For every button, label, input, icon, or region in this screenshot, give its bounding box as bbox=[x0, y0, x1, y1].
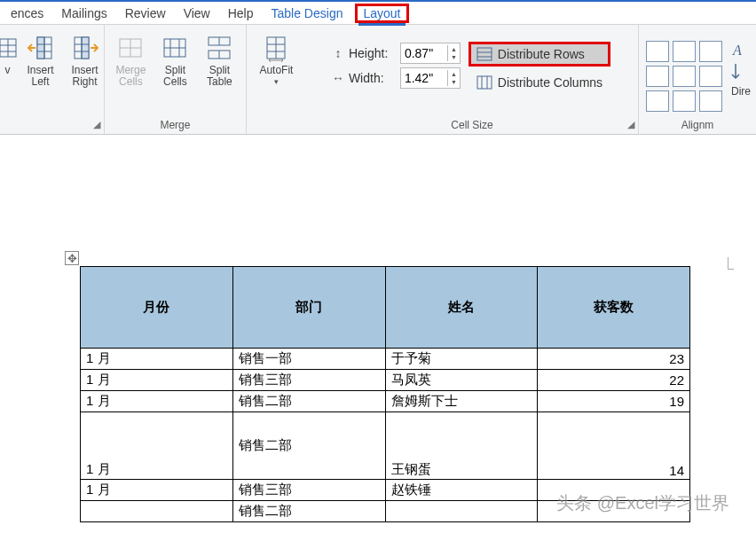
cell-dept[interactable]: 销售二部 bbox=[232, 391, 385, 412]
height-spin-up[interactable]: ▲ bbox=[448, 45, 460, 53]
align-top-right-button[interactable] bbox=[699, 41, 722, 62]
distribute-rows-button[interactable]: Distribute Rows bbox=[469, 42, 610, 67]
align-bot-center-button[interactable] bbox=[673, 90, 696, 112]
table-header-row: 月份 部门 姓名 获客数 bbox=[81, 267, 690, 349]
table-row[interactable]: 1 月销售二部王钢蛋14 bbox=[81, 412, 690, 480]
tab-references-partial[interactable]: ences bbox=[2, 4, 52, 23]
insert-left-button[interactable]: Insert Left bbox=[20, 32, 61, 88]
height-input[interactable] bbox=[401, 44, 447, 62]
cell-month[interactable]: 1 月 bbox=[81, 370, 233, 391]
col-header-dept[interactable]: 部门 bbox=[232, 267, 385, 349]
table-row[interactable]: 1 月销售三部马凤英22 bbox=[81, 370, 690, 391]
cell-name[interactable]: 于予菊 bbox=[385, 349, 538, 370]
merge-cells-label: Merge Cells bbox=[115, 65, 146, 88]
col-header-name[interactable]: 姓名 bbox=[385, 267, 538, 349]
col-header-month[interactable]: 月份 bbox=[81, 267, 233, 349]
ribbon: v Insert Left Insert Right ◢ bbox=[0, 25, 756, 135]
group-label-merge: Merge bbox=[160, 117, 190, 134]
height-spinbox[interactable]: ▲▼ bbox=[400, 43, 461, 64]
width-arrows-icon: ↔ bbox=[331, 71, 345, 85]
dialog-launcher-icon[interactable]: ◢ bbox=[93, 119, 100, 130]
cell-month[interactable]: 1 月 bbox=[81, 391, 233, 412]
cell-month[interactable]: 1 月 bbox=[81, 480, 233, 501]
cell-count[interactable]: 22 bbox=[538, 370, 690, 391]
group-label-alignment: Alignm bbox=[681, 117, 714, 134]
table-row[interactable]: 销售二部 bbox=[81, 501, 690, 522]
table-row[interactable]: 1 月销售一部于予菊23 bbox=[81, 349, 690, 370]
tab-view[interactable]: View bbox=[175, 4, 219, 23]
chevron-down-icon: ▾ bbox=[274, 77, 279, 86]
split-table-label: Split Table bbox=[207, 65, 232, 88]
cell-dept[interactable]: 销售二部 bbox=[232, 501, 385, 522]
group-cell-size: ↕ Height: ▲▼ ↔ Width: ▲▼ bbox=[306, 25, 639, 134]
distribute-rows-icon bbox=[476, 47, 492, 61]
distribute-rows-label: Distribute Rows bbox=[498, 47, 585, 61]
merge-cells-icon bbox=[116, 34, 145, 62]
text-direction-label: Dire bbox=[731, 86, 751, 98]
height-arrows-icon: ↕ bbox=[331, 46, 345, 60]
tab-review[interactable]: Review bbox=[116, 4, 175, 23]
cell-name[interactable]: 詹姆斯下士 bbox=[385, 391, 538, 412]
align-top-center-button[interactable] bbox=[673, 41, 696, 62]
cell-name[interactable]: 王钢蛋 bbox=[385, 412, 538, 480]
svg-rect-10 bbox=[82, 37, 89, 59]
tab-layout[interactable]: Layout bbox=[351, 4, 412, 23]
cell-dept[interactable]: 销售三部 bbox=[232, 370, 385, 391]
cell-name[interactable]: 马凤英 bbox=[385, 370, 538, 391]
group-label-cell-size: Cell Size bbox=[451, 117, 492, 134]
alignment-grid bbox=[641, 32, 724, 112]
cell-dept[interactable]: 销售一部 bbox=[232, 349, 385, 370]
tab-table-design[interactable]: Table Design bbox=[263, 4, 352, 23]
cell-name[interactable] bbox=[385, 501, 538, 522]
cell-name[interactable]: 赵铁锤 bbox=[385, 480, 538, 501]
cell-count[interactable]: 14 bbox=[538, 412, 690, 480]
align-top-left-button[interactable] bbox=[646, 41, 669, 62]
distribute-columns-label: Distribute Columns bbox=[498, 75, 602, 90]
table-move-handle[interactable]: ✥ bbox=[65, 251, 79, 265]
group-alignment-partial: A Dire Alignm bbox=[639, 25, 756, 134]
text-direction-button-partial[interactable]: A Dire bbox=[728, 32, 754, 98]
cell-count[interactable] bbox=[538, 501, 690, 522]
cell-month[interactable]: 1 月 bbox=[81, 349, 233, 370]
dialog-launcher-icon[interactable]: ◢ bbox=[627, 119, 634, 130]
cell-count[interactable]: 23 bbox=[538, 349, 690, 370]
cell-dept[interactable]: 销售二部 bbox=[232, 412, 385, 480]
group-autofit: AutoFit ▾ bbox=[247, 25, 306, 134]
align-mid-right-button[interactable] bbox=[699, 66, 722, 87]
split-table-button[interactable]: Split Table bbox=[199, 32, 240, 88]
insert-left-icon bbox=[27, 34, 55, 62]
insert-right-label: Insert Right bbox=[71, 65, 98, 88]
split-cells-button[interactable]: Split Cells bbox=[154, 32, 195, 88]
align-bot-right-button[interactable] bbox=[699, 90, 722, 112]
autofit-button[interactable]: AutoFit ▾ bbox=[252, 32, 300, 86]
height-row: ↕ Height: ▲▼ bbox=[331, 43, 461, 64]
width-spin-up[interactable]: ▲ bbox=[448, 70, 460, 78]
align-mid-left-button[interactable] bbox=[646, 66, 669, 87]
distribute-columns-icon bbox=[476, 75, 492, 90]
table-row[interactable]: 1 月销售三部赵铁锤 bbox=[81, 480, 690, 501]
cell-month[interactable]: 1 月 bbox=[81, 412, 233, 480]
distribute-columns-button[interactable]: Distribute Columns bbox=[471, 73, 608, 92]
align-bot-left-button[interactable] bbox=[646, 90, 669, 112]
tab-mailings[interactable]: Mailings bbox=[52, 4, 115, 23]
svg-text:A: A bbox=[732, 43, 742, 58]
autofit-icon bbox=[262, 34, 290, 62]
tab-help[interactable]: Help bbox=[219, 4, 263, 23]
split-cells-icon bbox=[161, 34, 189, 62]
col-header-count[interactable]: 获客数 bbox=[538, 267, 690, 349]
table-row[interactable]: 1 月销售二部詹姆斯下士19 bbox=[81, 391, 690, 412]
insert-right-button[interactable]: Insert Right bbox=[65, 32, 106, 88]
svg-rect-29 bbox=[477, 48, 492, 60]
width-input[interactable] bbox=[401, 69, 447, 87]
width-spin-down[interactable]: ▼ bbox=[448, 78, 460, 86]
cell-dept[interactable]: 销售三部 bbox=[232, 480, 385, 501]
cell-month[interactable] bbox=[81, 501, 233, 522]
width-spinbox[interactable]: ▲▼ bbox=[400, 67, 461, 89]
align-mid-center-button[interactable] bbox=[673, 66, 696, 87]
height-spin-down[interactable]: ▼ bbox=[448, 53, 460, 61]
insert-above-button-partial[interactable]: v bbox=[0, 32, 17, 76]
document-table[interactable]: 月份 部门 姓名 获客数 1 月销售一部于予菊231 月销售三部马凤英221 月… bbox=[80, 266, 690, 522]
width-label: Width: bbox=[349, 71, 397, 85]
cell-count[interactable] bbox=[538, 480, 690, 501]
cell-count[interactable]: 19 bbox=[538, 391, 690, 412]
